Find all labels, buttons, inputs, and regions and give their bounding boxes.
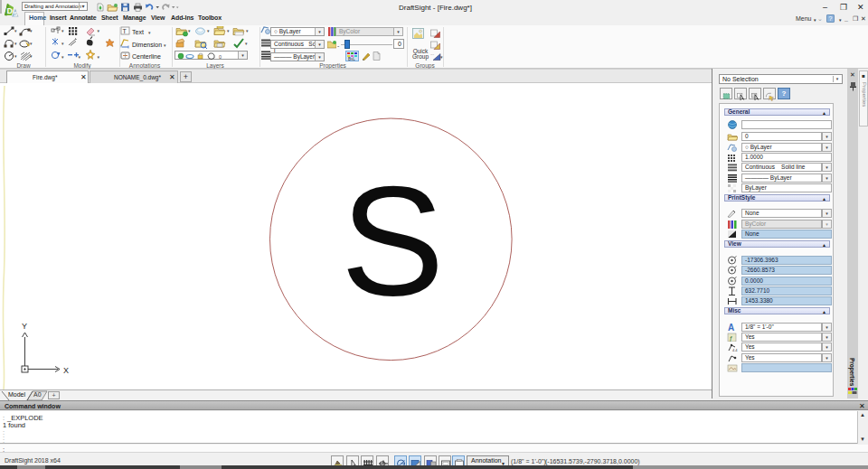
svg-text:---: --- <box>430 52 435 56</box>
svg-text:D: D <box>7 6 14 15</box>
svg-text:0: 0 <box>219 53 222 59</box>
svg-text:A: A <box>728 323 734 332</box>
svg-text:ƒ: ƒ <box>730 335 733 342</box>
svg-text:ByL: ByL <box>348 57 355 61</box>
svg-text:T: T <box>123 28 127 34</box>
svg-text:4,4: 4,4 <box>732 348 738 352</box>
svg-text:X: X <box>63 366 69 375</box>
svg-text:S: S <box>14 11 18 17</box>
svg-text:Y: Y <box>22 322 27 331</box>
